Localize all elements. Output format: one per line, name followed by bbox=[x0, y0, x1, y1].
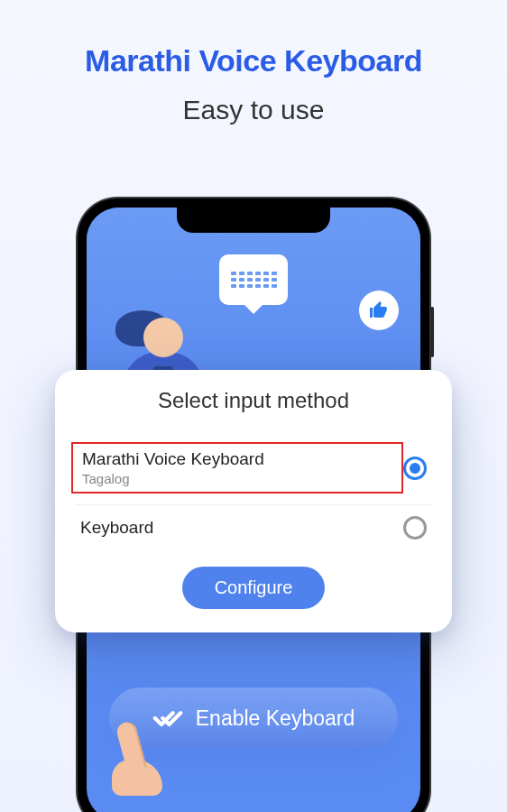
option-label: Keyboard bbox=[80, 518, 403, 538]
page-title: Marathi Voice Keyboard bbox=[0, 0, 507, 78]
modal-title: Select input method bbox=[75, 388, 432, 413]
enable-button-label: Enable Keyboard bbox=[196, 706, 355, 731]
input-option-keyboard[interactable]: Keyboard bbox=[75, 505, 432, 550]
input-method-modal: Select input method Marathi Voice Keyboa… bbox=[55, 370, 452, 632]
option-highlight-box: Marathi Voice Keyboard Tagalog bbox=[71, 442, 403, 494]
pointing-hand-illustration bbox=[121, 722, 162, 796]
page-subtitle: Easy to use bbox=[0, 95, 507, 125]
radio-unselected-icon[interactable] bbox=[403, 516, 427, 540]
keyboard-icon bbox=[219, 254, 288, 305]
option-label: Marathi Voice Keyboard bbox=[82, 449, 392, 469]
configure-button[interactable]: Configure bbox=[182, 567, 326, 609]
phone-notch bbox=[177, 208, 330, 233]
option-sublabel: Tagalog bbox=[82, 471, 392, 486]
radio-selected-icon[interactable] bbox=[403, 457, 427, 480]
input-option-marathi[interactable]: Marathi Voice Keyboard Tagalog bbox=[75, 431, 432, 505]
thumbs-up-icon[interactable] bbox=[359, 291, 399, 330]
phone-side-button bbox=[430, 307, 434, 357]
